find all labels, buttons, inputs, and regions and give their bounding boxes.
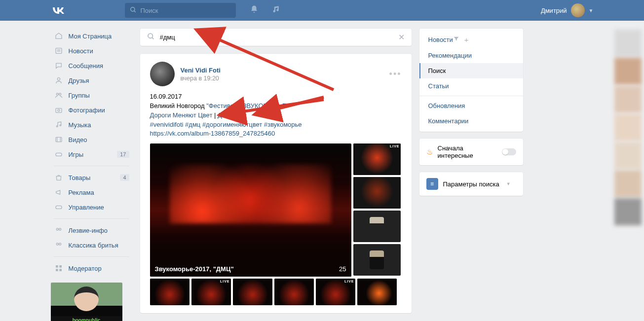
nav-badge: 4 <box>120 174 129 181</box>
nav-photos[interactable]: Фотографии <box>51 103 132 117</box>
search-icon <box>130 6 137 15</box>
svg-point-20 <box>59 243 61 245</box>
nav-label: Друзья <box>69 77 89 84</box>
nav-separator <box>54 218 129 219</box>
post-author-link[interactable]: Veni Vidi Foti <box>181 67 221 74</box>
header-search[interactable] <box>125 3 236 18</box>
post-text-line: Дороги Меняют Цвет | ДМЦ <box>150 111 402 120</box>
nav-label: Товары <box>69 174 91 181</box>
gallery-thumb[interactable] <box>357 279 397 305</box>
users-icon <box>54 240 64 250</box>
nav-moderator[interactable]: Модератор <box>51 261 132 276</box>
svg-rect-8 <box>56 108 62 113</box>
header-user-menu[interactable]: Дмитрий ▼ <box>541 3 594 17</box>
post-gallery: Звукоморье-2017, "ДМЦ" 25 LIVE <box>150 143 402 277</box>
band-link[interactable]: Дороги Меняют Цвет <box>150 111 213 119</box>
side-tab-comments[interactable]: Комментарии <box>419 113 523 129</box>
interesting-first-panel: ♨ Сначала интересные <box>419 139 523 165</box>
plus-icon[interactable]: + <box>464 36 469 44</box>
gallery-thumb[interactable]: LIVE <box>353 143 401 175</box>
bag-icon <box>54 173 64 182</box>
header-search-input[interactable] <box>141 7 225 14</box>
search-params-panel[interactable]: ≡ Параметры поиска ▼ <box>419 172 523 196</box>
user-icon <box>54 75 64 85</box>
nav-my-page[interactable]: Моя Страница <box>51 29 132 43</box>
nav-link-blade[interactable]: Лезвие-инфо <box>51 223 132 238</box>
gallery-thumb[interactable] <box>150 279 189 305</box>
nav-news[interactable]: Новости <box>51 43 132 58</box>
post-avatar[interactable] <box>150 62 175 86</box>
nav-label: Новости <box>69 47 93 55</box>
filter-icon[interactable] <box>453 36 459 44</box>
photo-count: 25 <box>339 265 346 273</box>
chevron-down-icon: ▼ <box>589 8 594 13</box>
svg-rect-15 <box>56 153 62 156</box>
nav-badge: 17 <box>117 151 129 158</box>
nav-label: Управление <box>69 204 104 211</box>
post-menu-icon[interactable]: ••• <box>389 69 402 79</box>
right-ad-column <box>614 30 644 226</box>
bell-icon[interactable] <box>250 5 259 16</box>
hashtag-link[interactable]: #дорогименяютцвет <box>202 121 262 128</box>
album-url-link[interactable]: https://vk.com/album-13867859_247825460 <box>150 130 275 137</box>
vk-logo[interactable] <box>51 4 125 17</box>
sliders-icon: ≡ <box>426 178 438 190</box>
news-tabs-box: Новости+ Рекомендации Поиск Статьи Обнов… <box>419 29 523 132</box>
gallery-thumb[interactable] <box>353 211 401 242</box>
gallery-thumb[interactable] <box>233 279 272 305</box>
gallery-thumb[interactable]: LIVE <box>316 279 355 305</box>
nav-label: Модератор <box>69 265 102 272</box>
film-icon <box>54 135 64 144</box>
hashtag-link[interactable]: #дмц <box>185 121 200 128</box>
festival-link[interactable]: "Фестиваль ЗВУКОМОРЬЕ" <box>206 102 289 109</box>
gallery-main-photo[interactable]: Звукоморье-2017, "ДМЦ" 25 <box>150 143 351 277</box>
nav-messages[interactable]: Сообщения <box>51 58 132 73</box>
gallery-thumb[interactable]: LIVE <box>191 279 231 305</box>
nav-goods[interactable]: Товары4 <box>51 170 132 185</box>
nav-music[interactable]: Музыка <box>51 117 132 132</box>
nav-video[interactable]: Видео <box>51 132 132 147</box>
post-text-line: 16.09.2017 <box>150 92 402 102</box>
svg-point-7 <box>59 93 61 95</box>
nav-games[interactable]: Игры17 <box>51 147 132 162</box>
interesting-label: Сначала интересные <box>438 144 497 159</box>
nav-ads[interactable]: Реклама <box>51 185 132 200</box>
nav-manage[interactable]: Управление <box>51 200 132 214</box>
nav-friends[interactable]: Друзья <box>51 73 132 88</box>
music-icon[interactable] <box>272 5 281 16</box>
ad-placeholder <box>614 170 642 197</box>
svg-rect-16 <box>56 206 62 209</box>
svg-point-18 <box>59 228 61 230</box>
side-tab-updates[interactable]: Обновления <box>419 98 523 113</box>
ad-placeholder <box>614 86 642 113</box>
interesting-toggle[interactable] <box>502 148 516 155</box>
hashtag-link[interactable]: #venividifoti <box>150 121 184 128</box>
feed-search-input[interactable] <box>160 34 398 41</box>
chat-icon <box>54 61 64 71</box>
band-short-link[interactable]: ДМЦ <box>218 111 232 119</box>
sidebar-promo[interactable]: boompublic Создавай. Предлагай. <box>51 283 122 321</box>
gamepad-icon <box>54 202 64 212</box>
post-timestamp: вчера в 19:20 <box>181 75 221 82</box>
side-tab-recommend[interactable]: Рекомендации <box>419 48 523 63</box>
nav-label: Музыка <box>69 121 91 129</box>
nav-groups[interactable]: Группы <box>51 88 132 103</box>
gallery-thumb[interactable] <box>353 177 401 209</box>
post-card: Veni Vidi Foti вчера в 19:20 ••• 16.09.2… <box>140 54 412 313</box>
nav-link-classic[interactable]: Классика бритья <box>51 238 132 252</box>
nav-label: Сообщения <box>69 62 104 70</box>
nav-label: Игры <box>69 151 84 158</box>
svg-line-26 <box>152 37 153 39</box>
svg-point-17 <box>56 228 58 230</box>
ad-placeholder <box>614 114 642 141</box>
left-nav: Моя Страница Новости Сообщения Друзья Гр… <box>51 29 132 321</box>
album-title-overlay: Звукоморье-2017, "ДМЦ" <box>155 265 234 273</box>
svg-point-11 <box>60 125 61 126</box>
gallery-thumb[interactable] <box>274 279 314 305</box>
hashtag-link[interactable]: #звукоморье <box>264 121 302 128</box>
clear-icon[interactable]: ✕ <box>398 33 405 42</box>
gallery-thumb[interactable] <box>353 244 401 276</box>
side-tab-search[interactable]: Поиск <box>419 63 523 78</box>
side-tab-articles[interactable]: Статьи <box>419 78 523 94</box>
side-tab-news[interactable]: Новости+ <box>419 32 523 48</box>
